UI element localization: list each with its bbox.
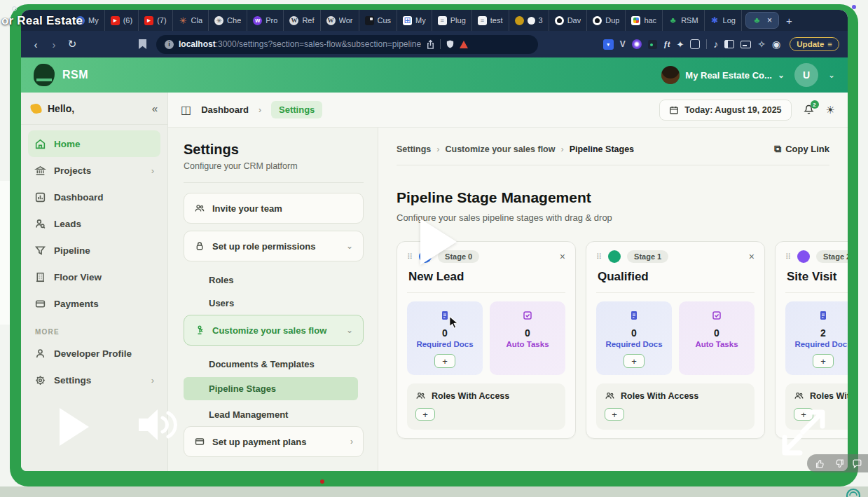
sidebar-item-developer-profile[interactable]: Developer Profile: [28, 340, 160, 367]
required-docs-tile[interactable]: 2 Required Docs +: [785, 301, 848, 375]
close-icon[interactable]: ×: [749, 251, 755, 262]
stage-name[interactable]: Qualified: [598, 270, 755, 284]
payment-plans-card[interactable]: Set up payment plans ›: [184, 426, 364, 457]
media-music-icon[interactable]: ♪: [713, 39, 718, 50]
browser-tab[interactable]: Plug: [432, 10, 472, 31]
auto-tasks-tile[interactable]: 0 Auto Tasks: [490, 301, 565, 375]
browser-tab[interactable]: (6): [105, 10, 139, 31]
triangle-extension-icon[interactable]: [460, 41, 468, 48]
browser-tab[interactable]: RSM: [663, 10, 704, 31]
sales-flow-card[interactable]: Customize your sales flow ⌄: [184, 315, 364, 346]
collapse-sidebar-icon[interactable]: «: [152, 102, 158, 114]
comment-icon[interactable]: [852, 458, 862, 469]
sidebar-item-projects[interactable]: Projects ›: [28, 157, 160, 184]
theme-sun-icon[interactable]: ☀: [826, 104, 835, 116]
browser-tab[interactable]: Cla: [173, 10, 209, 31]
stage-card[interactable]: ⠿ Stage 1 × Qualified: [586, 241, 765, 439]
copy-link-button[interactable]: ⧉ Copy Link: [774, 143, 829, 155]
search-box-extension-icon[interactable]: [690, 39, 700, 49]
drag-handle-icon[interactable]: ⠿: [407, 252, 413, 261]
privacy-badge-icon[interactable]: ◉: [772, 39, 780, 50]
drag-handle-icon[interactable]: ⠿: [785, 252, 791, 261]
forward-icon[interactable]: ›: [48, 39, 60, 50]
adblock-shield-icon[interactable]: [603, 39, 614, 50]
v-extension-icon[interactable]: V: [620, 39, 626, 49]
browser-tab[interactable]: test: [472, 10, 509, 31]
browser-tab[interactable]: (7): [139, 10, 172, 31]
stage-card[interactable]: ⠿ Stage 0 × New Lead: [397, 241, 576, 439]
invite-team-card[interactable]: Invite your team: [184, 193, 364, 224]
sidebar-item-payments[interactable]: Payments: [28, 290, 160, 317]
site-info-icon[interactable]: i: [165, 40, 174, 49]
play-button-overlay-small[interactable]: [60, 408, 89, 446]
browser-tab[interactable]: Cus: [359, 10, 398, 31]
purple-ring-extension-icon[interactable]: [632, 39, 642, 49]
breadcrumb-dashboard[interactable]: Dashboard: [201, 104, 249, 115]
browser-tab[interactable]: My: [397, 10, 432, 31]
browser-tab[interactable]: Dup: [587, 10, 626, 31]
breadcrumb-item[interactable]: Customize your sales flow: [445, 144, 555, 154]
required-docs-tile[interactable]: 0 Required Docs +: [407, 301, 483, 375]
active-tab[interactable]: ×: [745, 12, 779, 29]
bookmark-icon[interactable]: [139, 39, 146, 49]
settings-subitem-roles[interactable]: Roles: [184, 268, 364, 292]
volume-icon[interactable]: [137, 407, 181, 443]
tab-close-icon[interactable]: ×: [767, 15, 772, 25]
browser-tab[interactable]: hac: [626, 10, 663, 31]
thumbs-up-icon[interactable]: [815, 458, 826, 469]
back-icon[interactable]: ‹: [29, 39, 42, 50]
reload-icon[interactable]: ↻: [66, 38, 78, 50]
add-role-button[interactable]: +: [605, 408, 624, 421]
thumbs-down-icon[interactable]: [834, 458, 844, 469]
play-button-overlay[interactable]: [420, 219, 457, 265]
font-extension-icon[interactable]: ƒt: [663, 40, 670, 48]
drag-handle-icon[interactable]: ⠿: [596, 252, 602, 261]
sidebar-item-home[interactable]: Home: [28, 130, 160, 157]
date-pill[interactable]: Today: August 19, 2025: [659, 100, 791, 121]
address-bar[interactable]: i localhost:3000/settings?section=sales-…: [156, 35, 538, 54]
settings-subitem-pipeline-stages-active[interactable]: Pipeline Stages: [184, 377, 358, 400]
dark-extension-icon[interactable]: [648, 40, 657, 49]
required-docs-tile[interactable]: 0 Required Docs +: [596, 301, 672, 375]
chevron-down-icon[interactable]: ⌄: [828, 70, 835, 80]
stage-color-dot[interactable]: [797, 250, 810, 263]
close-icon[interactable]: ×: [560, 251, 565, 262]
add-doc-button[interactable]: +: [624, 354, 645, 368]
notifications[interactable]: 2: [803, 104, 815, 116]
share-icon[interactable]: [426, 39, 435, 50]
sidebar-toggle-icon[interactable]: [724, 40, 734, 48]
update-button[interactable]: Update ≡: [790, 37, 839, 51]
panel-toggle-icon[interactable]: ◫: [181, 103, 191, 116]
browser-tab[interactable]: Ref: [284, 10, 320, 31]
settings-subitem-lead-management[interactable]: Lead Management: [184, 403, 364, 426]
stage-name[interactable]: Site Visit: [787, 270, 848, 284]
browser-tab[interactable]: 3: [509, 10, 549, 31]
add-role-button[interactable]: +: [415, 408, 435, 421]
role-permissions-card[interactable]: Set up role permissions ⌄: [184, 231, 364, 261]
clover-extension-icon[interactable]: ✦: [676, 39, 684, 50]
browser-tab[interactable]: Log: [705, 10, 742, 31]
breadcrumb-item[interactable]: Settings: [397, 144, 431, 154]
sidebar-item-pipeline[interactable]: Pipeline: [28, 237, 160, 264]
user-avatar[interactable]: U: [794, 63, 818, 87]
add-doc-button[interactable]: +: [813, 354, 834, 368]
settings-subitem-documents-templates[interactable]: Documents & Templates: [184, 353, 364, 376]
stage-color-dot[interactable]: [608, 250, 621, 263]
browser-tab[interactable]: Che: [209, 10, 247, 31]
wallet-card-icon[interactable]: [740, 41, 751, 48]
new-tab-button[interactable]: +: [786, 15, 792, 27]
sidebar-item-leads[interactable]: Leads: [28, 210, 160, 237]
expand-arrows-icon[interactable]: [779, 398, 834, 460]
browser-tab[interactable]: Pro: [247, 10, 284, 31]
shield-extension-icon[interactable]: [446, 39, 455, 49]
sidebar-item-dashboard[interactable]: Dashboard: [28, 184, 160, 210]
settings-subitem-users[interactable]: Users: [184, 292, 364, 315]
sidebar-item-floor-view[interactable]: Floor View: [28, 264, 160, 290]
sidebar-item-settings[interactable]: Settings ›: [28, 367, 160, 393]
stage-name[interactable]: New Lead: [408, 270, 565, 284]
breadcrumb-settings[interactable]: Settings: [271, 101, 322, 118]
sparkle-icon[interactable]: ✧: [757, 39, 766, 50]
add-doc-button[interactable]: +: [434, 354, 455, 368]
company-switcher[interactable]: My Real Estate Co... ⌄: [661, 66, 785, 84]
browser-tab[interactable]: Wor: [321, 10, 359, 31]
